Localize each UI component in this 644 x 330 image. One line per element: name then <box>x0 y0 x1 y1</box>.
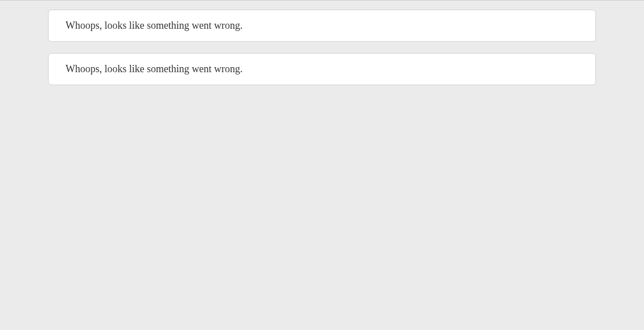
error-message: Whoops, looks like something went wrong. <box>66 19 578 33</box>
error-box: Whoops, looks like something went wrong. <box>48 10 596 42</box>
error-message: Whoops, looks like something went wrong. <box>66 62 578 76</box>
error-box: Whoops, looks like something went wrong. <box>48 53 596 85</box>
error-container: Whoops, looks like something went wrong.… <box>48 1 596 85</box>
